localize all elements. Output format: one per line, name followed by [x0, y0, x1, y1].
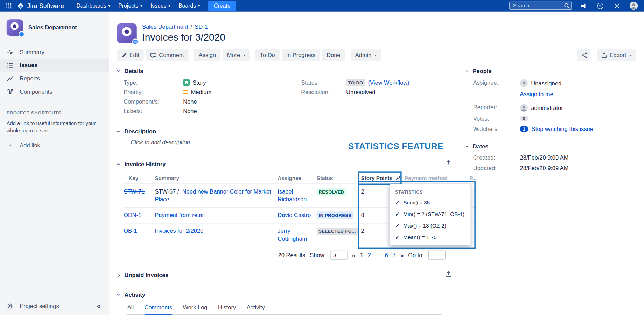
tab-comments[interactable]: Comments	[145, 304, 172, 315]
page-size-input[interactable]	[330, 251, 348, 260]
activity-tabs: All Comments Work Log History Activity	[127, 304, 442, 315]
tab-activity[interactable]: Activity	[247, 304, 265, 314]
project-settings-button[interactable]: Project settings	[7, 303, 59, 309]
nav-issues[interactable]: Issues ▾	[146, 1, 174, 10]
nav-dashboards[interactable]: Dashboards ▾	[72, 1, 114, 10]
tab-all[interactable]: All	[127, 304, 134, 314]
chevron-down-icon[interactable]: ›	[116, 69, 122, 73]
assign-to-me-link[interactable]: Assign to me	[520, 91, 553, 97]
sidebar-item-issues[interactable]: Issues	[0, 59, 109, 72]
assignee-link[interactable]: David Castro	[278, 211, 311, 218]
admin-button[interactable]: Admin ▾	[351, 49, 381, 61]
field-value: Story	[183, 79, 206, 86]
sidebar-item-summary[interactable]: Summary	[0, 46, 109, 59]
breadcrumb-project-link[interactable]: Sales Department	[142, 23, 188, 30]
stop-watching-link[interactable]: Stop watching this issue	[532, 126, 593, 132]
summary-link[interactable]: Payment from retail	[155, 211, 204, 218]
column-header-truncated[interactable]: P...	[469, 173, 477, 184]
prev-page-button[interactable]: «	[352, 252, 356, 259]
project-sidebar: Sales Department Summary	[0, 12, 109, 315]
statistics-option-mean[interactable]: ✓ Mean() = 1.75	[395, 234, 467, 240]
statistics-option-max[interactable]: ✓ Max() = 13 (OZ-2)	[395, 223, 467, 229]
add-link-label: Add link	[20, 142, 40, 149]
watchers-badge[interactable]: 1	[520, 126, 528, 132]
section-export-button[interactable]	[445, 271, 452, 279]
chevron-down-icon[interactable]: ›	[116, 293, 122, 297]
section-export-button[interactable]	[445, 160, 452, 167]
column-header-story-points[interactable]: Story Points	[361, 173, 404, 184]
search-input[interactable]	[509, 2, 572, 10]
sidebar-item-components[interactable]: Components	[0, 85, 109, 98]
view-workflow-link[interactable]: (View Workflow)	[368, 79, 410, 86]
summary-link[interactable]: Invoices for 2/2020	[155, 227, 203, 234]
page-number-link[interactable]: 2	[368, 252, 371, 259]
share-button[interactable]	[578, 49, 591, 61]
tab-worklog[interactable]: Work Log	[183, 304, 207, 314]
settings-icon[interactable]	[611, 1, 622, 10]
column-header-summary[interactable]: Summary	[155, 173, 278, 184]
chevron-down-icon[interactable]: ›	[464, 69, 471, 73]
export-button[interactable]: Export ▾	[597, 49, 636, 61]
statistics-option-min[interactable]: ✓ Min() = 2 (STW-71, OB-1)	[395, 211, 467, 217]
field-label: Assignee:	[465, 79, 520, 86]
nav-projects[interactable]: Projects ▾	[114, 1, 146, 10]
column-header-key[interactable]: Key	[124, 173, 155, 184]
done-transition-button[interactable]: Done	[322, 49, 345, 61]
page-number-link[interactable]: 6	[385, 252, 388, 259]
invoice-history-table: Key Summary Assignee Status Story Points	[124, 173, 477, 247]
goto-page-input[interactable]	[428, 251, 446, 260]
jira-app: Jira Software Dashboards ▾ Projects ▾ Is…	[0, 0, 644, 315]
sidebar-item-reports[interactable]: Reports	[0, 72, 109, 85]
collapse-sidebar-icon[interactable]: «	[94, 301, 103, 310]
todo-transition-button[interactable]: To Do	[255, 49, 280, 61]
column-header-assignee[interactable]: Assignee	[278, 173, 316, 184]
issue-key-link[interactable]: OB-1	[124, 227, 137, 234]
add-link-button[interactable]: + Add link	[7, 142, 102, 149]
assignee-link[interactable]: Jerry Cottingham	[278, 227, 307, 242]
column-header-status[interactable]: Status	[317, 173, 361, 184]
status-lozenge: SELECTED FO...	[317, 227, 358, 235]
project-name: Sales Department	[28, 24, 77, 31]
page-number-link[interactable]: 7	[393, 252, 396, 259]
labels-value: None	[183, 107, 197, 114]
sidebar-footer: Project settings «	[0, 297, 109, 315]
more-button[interactable]: More ▾	[223, 49, 250, 61]
nav-boards[interactable]: Boards ▾	[174, 1, 204, 10]
cell-assignee: Jerry Cottingham	[278, 223, 316, 246]
tab-history[interactable]: History	[218, 304, 236, 314]
assign-button[interactable]: Assign	[194, 49, 220, 61]
assignee-link[interactable]: Isabel Richardson	[278, 188, 307, 202]
comment-button[interactable]: Comment	[146, 49, 189, 61]
help-icon[interactable]: ?	[595, 1, 606, 10]
chevron-down-icon[interactable]: ›	[116, 130, 122, 134]
statistics-popup-title: STATISTICS	[395, 189, 467, 194]
unassigned-avatar-icon: ?	[520, 79, 528, 87]
primary-nav: Dashboards ▾ Projects ▾ Issues ▾ Boards …	[72, 1, 204, 10]
jira-logo[interactable]: Jira Software	[14, 2, 68, 9]
nav-boards-label: Boards	[178, 3, 196, 9]
chevron-down-icon[interactable]: ›	[464, 144, 471, 148]
issue-toolbar: Edit Comment Assign More ▾	[117, 49, 636, 61]
project-avatar[interactable]	[7, 19, 23, 36]
issue-key-link[interactable]: STW-71	[124, 188, 145, 195]
chevron-right-icon[interactable]: ›	[117, 272, 121, 279]
inprogress-transition-button[interactable]: In Progress	[282, 49, 320, 61]
status-lozenge: TO DO	[346, 79, 365, 86]
next-page-button[interactable]: »	[400, 252, 404, 259]
chevron-down-icon[interactable]: ›	[116, 162, 122, 167]
status-lozenge: RESOLVED	[317, 188, 346, 196]
chevron-down-icon: ▾	[198, 4, 200, 8]
nav-dashboards-label: Dashboards	[76, 3, 106, 9]
column-header-payment-method[interactable]: Payment method	[405, 173, 469, 184]
issue-key-link[interactable]: ODN-1	[124, 211, 141, 218]
create-button[interactable]: Create	[208, 1, 236, 11]
votes-badge[interactable]: 0	[520, 115, 528, 121]
edit-button[interactable]: Edit	[117, 49, 144, 61]
field-row-labels: Labels: None	[117, 107, 301, 117]
app-switcher-icon[interactable]	[3, 1, 14, 10]
breadcrumb-issue-link[interactable]: SD-1	[195, 23, 208, 30]
user-avatar[interactable]	[628, 1, 639, 10]
feedback-megaphone-icon[interactable]	[578, 1, 589, 10]
statistics-option-sum[interactable]: ✓ Sum() = 35	[395, 200, 467, 206]
issue-project-avatar	[117, 23, 136, 43]
